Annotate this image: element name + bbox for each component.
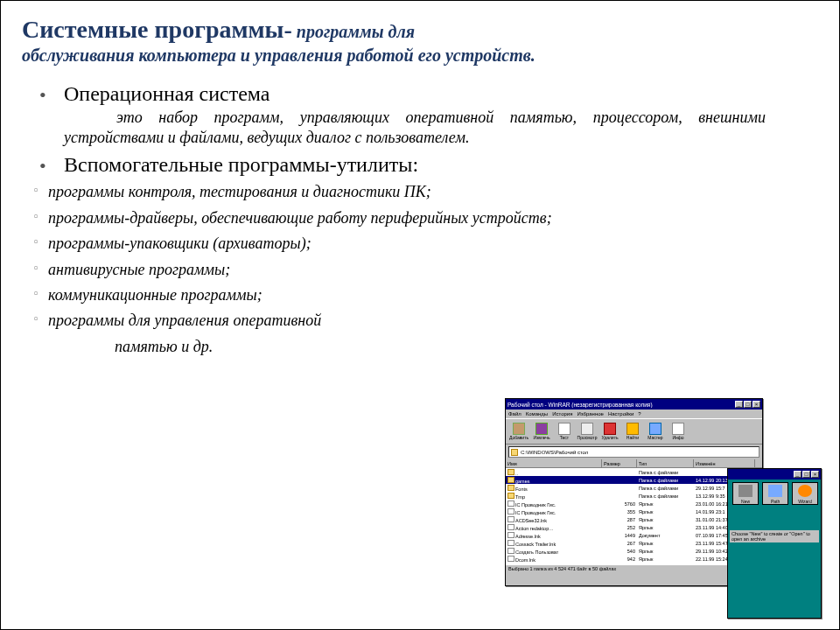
sub-item-0: программы контроля, тестирования и диагн… (22, 182, 818, 202)
col-type[interactable]: Тип (637, 459, 694, 467)
tool-extract[interactable]: Извлечь (531, 420, 552, 443)
tool-view[interactable]: Просмотр (577, 420, 598, 443)
screenshot-area: Рабочий стол - WinRAR (незарегистрирован… (505, 398, 820, 619)
tool-wizard[interactable]: Мастер (645, 420, 666, 443)
sub-item-1: программы-драйверы, обеспечивающие работ… (22, 208, 818, 228)
tool-info[interactable]: Инфо (668, 420, 689, 443)
table-row[interactable]: IC Проводник Гис.5760Ярлык23.01.00 16:21 (506, 500, 762, 508)
win2-body: New Path Wizard Choose "New" to create o… (728, 480, 821, 544)
bullet-utilities: Вспомогательные программы-утилиты: (22, 153, 818, 177)
table-row[interactable]: Cossack Trailer.lnk267Ярлык23.11.99 15:4… (506, 539, 762, 547)
table-row[interactable]: ..Папка с файлами (506, 468, 762, 476)
title-tail: программы для (292, 22, 415, 41)
slide-subtitle: обслуживания компьютера и управления раб… (22, 45, 818, 66)
table-row[interactable]: Создать Пользоват540Ярлык29.11.99 10:42 (506, 547, 762, 555)
table-row[interactable]: gamesПапка с файлами14.12.99 20:13 (506, 476, 762, 484)
table-row[interactable]: Action redaktop…252Ярлык23.11.99 14:40 (506, 523, 762, 531)
winrar-address[interactable]: C:\WINDOWS\Рабочий стол (508, 446, 760, 458)
maximize-icon[interactable]: □ (744, 401, 752, 408)
menu-help[interactable]: ? (638, 411, 640, 416)
menu-settings[interactable]: Настройки (608, 411, 634, 416)
table-row[interactable]: ACDSee32.lnk287Ярлык31.01.00 21:37 (506, 515, 762, 523)
os-desc-line1: это набор программ, управляющих оператив… (64, 108, 682, 126)
sub-item-3: антивирусные программы; (22, 260, 818, 280)
win2-minimize-icon[interactable]: _ (794, 471, 802, 478)
winrar-status: Выбрано 1 папка из 4 524 471 байт в 50 ф… (506, 564, 762, 574)
winrar-toolbar: Добавить Извлечь Тест Просмотр Удалить Н… (506, 418, 762, 444)
table-row[interactable]: TmpПапка с файлами13.12.99 9:35 (506, 492, 762, 500)
menu-favorites[interactable]: Избранное (577, 411, 603, 416)
filelist[interactable]: ..Папка с файламиgamesПапка с файлами14.… (506, 468, 762, 564)
winrar-menubar: Файл Команды История Избранное Настройки… (506, 410, 762, 418)
menu-commands[interactable]: Команды (526, 411, 548, 416)
tool-test[interactable]: Тест (554, 420, 575, 443)
menu-file[interactable]: Файл (508, 411, 522, 416)
title-main: Системные программы- (22, 16, 292, 43)
slide-title: Системные программы- программы для (22, 15, 818, 45)
content-area: Операционная система это набор программ,… (22, 82, 818, 358)
table-row[interactable]: FontsПапка с файлами29.12.99 15:7 (506, 484, 762, 492)
close-icon[interactable]: × (752, 401, 760, 408)
filelist-header: Имя Размер Тип Изменён (506, 459, 762, 468)
window-secondary: _ □ × New Path Wizard Choose "New" to cr… (727, 468, 822, 619)
sub-item-5: программы для управления оперативной (22, 311, 818, 331)
folder-icon (511, 449, 518, 456)
os-description: это набор программ, управляющих оператив… (22, 108, 766, 149)
thumb-3[interactable]: Wizard (792, 482, 818, 505)
table-row[interactable]: IC Проводник Гис.355Ярлык14.01.99 23:1 (506, 508, 762, 515)
winrar-titlebar: Рабочий стол - WinRAR (незарегистрирован… (506, 399, 762, 410)
win2-caption: Choose "New" to create or "Open" to open… (730, 530, 819, 542)
table-row[interactable]: Adresse.lnk1449Документ07.10.99 17:45 (506, 531, 762, 539)
tool-find[interactable]: Найти (622, 420, 643, 443)
thumb-2[interactable]: Path (762, 482, 788, 505)
menu-history[interactable]: История (552, 411, 572, 416)
win2-close-icon[interactable]: × (811, 471, 819, 478)
minimize-icon[interactable]: _ (735, 401, 743, 408)
winrar-title: Рабочий стол - WinRAR (незарегистрирован… (508, 402, 734, 408)
sub-item-4: коммуникационные программы; (22, 285, 818, 305)
tool-delete[interactable]: Удалить (599, 420, 620, 443)
sub-item-tail: памятью и др. (22, 337, 818, 357)
thumb-1[interactable]: New (732, 482, 759, 505)
bullet-os: Операционная система (22, 82, 818, 106)
win2-titlebar: _ □ × (728, 469, 821, 480)
win2-maximize-icon[interactable]: □ (802, 471, 810, 478)
sub-item-2: программы-упаковщики (архиваторы); (22, 234, 818, 254)
col-size[interactable]: Размер (602, 459, 637, 467)
table-row[interactable]: Dcom.lnk942Ярлык22.11.99 15:24 (506, 555, 762, 563)
col-name[interactable]: Имя (506, 459, 602, 467)
col-date[interactable]: Изменён (694, 459, 755, 467)
window-winrar: Рабочий стол - WinRAR (незарегистрирован… (505, 398, 763, 586)
tool-add[interactable]: Добавить (508, 420, 529, 443)
